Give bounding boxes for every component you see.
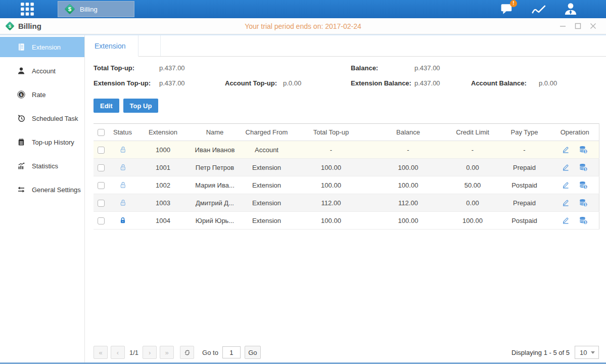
row-checkbox[interactable]: [98, 164, 105, 171]
topup-coins-icon[interactable]: $: [579, 163, 588, 171]
edit-icon[interactable]: [562, 181, 570, 189]
svg-text:$: $: [585, 167, 587, 171]
refresh-button[interactable]: [180, 346, 194, 359]
balance-summary: Total Top-up: p.437.00 Extension Top-up:…: [94, 64, 599, 95]
cell-pay-type: Postpaid: [498, 212, 551, 230]
notebook-icon: [17, 138, 26, 147]
sidebar-item-general-settings[interactable]: General Settings: [0, 179, 84, 200]
svg-text:$: $: [585, 150, 587, 154]
top-up-button[interactable]: Top Up: [123, 99, 159, 113]
svg-text:$: $: [68, 6, 72, 12]
unlocked-icon: [119, 199, 127, 207]
table-row: 1001 Петр Петров Extension 100.00 100.00…: [94, 159, 599, 176]
next-page-button[interactable]: ›: [143, 346, 157, 359]
reports-icon[interactable]: [531, 2, 546, 16]
transfer-arrows-icon: [17, 186, 26, 194]
cell-extension: 1002: [136, 176, 190, 194]
pagination-bar: « ‹ 1/1 › » Go to Go: [94, 346, 599, 359]
trial-notice: Your trial period ends on: 2017-02-24: [0, 22, 606, 30]
taskbar-item-billing[interactable]: $ Billing: [58, 1, 134, 17]
unlocked-icon: [119, 146, 127, 154]
extension-topup-label: Extension Top-up:: [94, 79, 159, 87]
go-button[interactable]: Go: [245, 346, 261, 359]
page-size-select[interactable]: 10: [575, 346, 599, 359]
clock-icon: [17, 114, 26, 123]
extension-balance-label: Extension Balance:: [351, 79, 414, 87]
cell-charged-from: Extension: [240, 212, 293, 230]
cell-extension: 1001: [136, 159, 190, 176]
sidebar-item-label: Rate: [32, 91, 45, 99]
unlocked-icon: [119, 181, 127, 189]
cell-balance: 100.00: [369, 212, 447, 230]
window-body: Extension Account $: [0, 34, 606, 362]
person-bust-icon: [564, 2, 578, 16]
goto-page-input[interactable]: [222, 346, 241, 358]
edit-button[interactable]: Edit: [94, 99, 119, 113]
main-panel: Total Top-up: p.437.00 Extension Top-up:…: [85, 57, 606, 362]
col-credit-limit: Credit Limit: [447, 124, 498, 141]
messages-icon[interactable]: !: [499, 2, 515, 16]
sidebar-item-label: Account: [32, 67, 56, 75]
cell-balance: 100.00: [369, 159, 447, 176]
cell-credit-limit: 0.00: [447, 194, 498, 212]
person-icon: [17, 67, 26, 75]
tab-extension[interactable]: Extension: [85, 35, 138, 57]
prev-page-button[interactable]: ‹: [111, 346, 125, 359]
edit-icon[interactable]: [562, 199, 570, 207]
account-topup-label: Account Top-up:: [225, 79, 283, 87]
topup-coins-icon[interactable]: $: [579, 146, 588, 154]
sidebar-item-scheduled-task[interactable]: Scheduled Task: [0, 108, 84, 128]
edit-icon[interactable]: [562, 163, 570, 171]
sidebar-item-account[interactable]: Account: [0, 61, 84, 81]
cell-total-topup: 112.00: [293, 194, 369, 212]
edit-icon[interactable]: [562, 146, 570, 154]
cell-total-topup: 100.00: [293, 212, 369, 230]
svg-text:$: $: [9, 23, 12, 29]
total-topup-value: p.437.00: [159, 64, 185, 72]
sidebar-item-topup-history[interactable]: Top-up History: [0, 132, 84, 152]
page-size-value: 10: [580, 349, 587, 356]
close-button[interactable]: [589, 22, 597, 30]
user-account-icon[interactable]: [563, 2, 578, 16]
table-row: 1004 Юрий Юрь... Extension 100.00 100.00…: [94, 212, 599, 230]
billing-window-icon: $: [5, 21, 15, 31]
col-pay-type: Pay Type: [498, 124, 551, 141]
cell-pay-type: Prepaid: [498, 194, 551, 212]
minimize-button[interactable]: [558, 22, 567, 30]
cell-total-topup: 100.00: [293, 176, 369, 194]
main-content: Extension Total Top-up: p.437.00 Extensi…: [85, 35, 606, 362]
window-controls: [558, 22, 597, 30]
topup-coins-icon[interactable]: $: [579, 199, 588, 207]
select-all-checkbox[interactable]: [98, 129, 105, 136]
first-page-button[interactable]: «: [94, 346, 108, 359]
maximize-button[interactable]: [574, 22, 582, 30]
row-checkbox[interactable]: [98, 217, 105, 224]
cell-name: Дмитрий Д...: [190, 194, 240, 212]
table-row: 1002 Мария Ива... Extension 100.00 100.0…: [94, 176, 599, 194]
row-checkbox[interactable]: [98, 182, 105, 189]
extension-topup-value: p.437.00: [159, 79, 225, 87]
sidebar-item-statistics[interactable]: Statistics: [0, 156, 84, 176]
dollar-circle-icon: $: [17, 90, 26, 99]
cell-credit-limit: 100.00: [447, 212, 498, 230]
sidebar-item-extension[interactable]: Extension: [0, 37, 84, 57]
balance-label: Balance:: [351, 64, 414, 72]
cell-name: Иван Иванов: [190, 141, 240, 159]
row-checkbox[interactable]: [98, 200, 105, 207]
cell-balance: 100.00: [369, 176, 447, 194]
svg-text:$: $: [585, 203, 587, 207]
edit-icon[interactable]: [562, 216, 570, 224]
topup-coins-icon[interactable]: $: [579, 181, 588, 189]
window-title-text: Billing: [18, 22, 41, 30]
refresh-icon: [183, 349, 191, 356]
row-checkbox[interactable]: [98, 147, 105, 154]
last-page-button[interactable]: »: [160, 346, 174, 359]
topup-coins-icon[interactable]: $: [579, 216, 588, 224]
displaying-text: Displaying 1 - 5 of 5: [511, 349, 570, 356]
account-balance-value: p.0.00: [539, 79, 557, 87]
sidebar-item-rate[interactable]: $ Rate: [0, 84, 84, 105]
desktop-topbar: $ Billing !: [0, 0, 606, 18]
billing-window: $ Billing !: [0, 0, 606, 364]
total-topup-label: Total Top-up:: [94, 64, 159, 72]
apps-grid-icon[interactable]: [19, 2, 35, 17]
